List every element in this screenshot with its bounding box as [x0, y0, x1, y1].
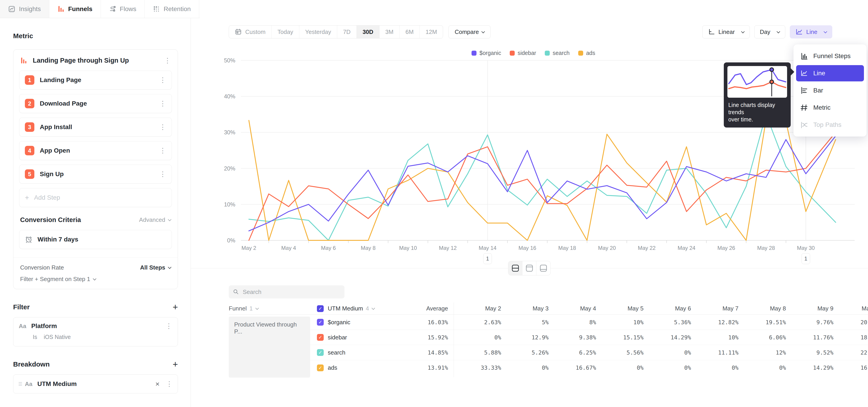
- range-6m[interactable]: 6M: [400, 26, 420, 38]
- legend-item-sidebar[interactable]: sidebar: [510, 50, 536, 56]
- filter-segment-dropdown[interactable]: Filter + Segment on Step 1: [19, 271, 172, 289]
- table-cell: 9.52%: [786, 349, 833, 356]
- range-label: Custom: [245, 29, 266, 35]
- series-checkbox[interactable]: ✓: [317, 334, 324, 341]
- tab-funnels[interactable]: Funnels: [49, 0, 101, 18]
- scale-dropdown[interactable]: Linear: [702, 25, 749, 38]
- table-cell: 14.85%: [403, 349, 448, 356]
- metric-heading: Metric: [13, 32, 33, 40]
- layout-toggle-chart-bottom-view[interactable]: [536, 261, 550, 275]
- filter-card[interactable]: Aa Platform ⋮ Is iOS Native: [13, 317, 178, 346]
- range-3m[interactable]: 3M: [379, 26, 400, 38]
- table-column-header[interactable]: May 6: [644, 305, 691, 312]
- table-column-header[interactable]: Average: [403, 305, 448, 312]
- legend-item-organic[interactable]: $organic: [471, 50, 501, 56]
- step-kebab-menu[interactable]: ⋮: [159, 77, 166, 84]
- remove-breakdown-button[interactable]: ×: [155, 382, 160, 386]
- metric-kebab-menu[interactable]: ⋮: [164, 57, 171, 64]
- table-cell: 5.56%: [596, 349, 644, 356]
- step-kebab-menu[interactable]: ⋮: [159, 171, 166, 178]
- breakdown-kebab-menu[interactable]: ⋮: [166, 380, 173, 387]
- table-segment-header[interactable]: ✓UTM Medium4: [317, 305, 403, 312]
- menu-item-line[interactable]: Line: [796, 65, 864, 82]
- range-yesterday[interactable]: Yesterday: [299, 26, 337, 38]
- menu-item-funnel-steps[interactable]: Funnel Steps: [796, 48, 864, 64]
- range-today[interactable]: Today: [272, 26, 299, 38]
- breakdown-card[interactable]: ☰ Aa UTM Medium × ⋮: [13, 374, 178, 394]
- funnel-step[interactable]: 2Download Page⋮: [19, 94, 172, 113]
- chart-controls: Linear Day Line: [702, 25, 832, 38]
- granularity-dropdown[interactable]: Day: [754, 25, 785, 38]
- flows-icon: [109, 5, 116, 13]
- step-kebab-menu[interactable]: ⋮: [159, 100, 166, 107]
- table-cell: 20.59%: [833, 319, 868, 325]
- funnel-step[interactable]: 3App Install⋮: [19, 118, 172, 136]
- tab-retention[interactable]: Retention: [145, 0, 199, 18]
- legend-item-ads[interactable]: ads: [578, 50, 595, 56]
- table-column-header[interactable]: May 10: [833, 305, 868, 312]
- tab-flows[interactable]: Flows: [101, 0, 145, 18]
- annotation-badge[interactable]: 1: [483, 253, 492, 264]
- annotation-badge[interactable]: 1: [802, 253, 810, 264]
- chart-type-dropdown[interactable]: Line: [790, 25, 832, 38]
- range-label: 30D: [363, 29, 373, 35]
- table-search[interactable]: [229, 285, 344, 299]
- table-column-header[interactable]: May 2: [454, 305, 501, 312]
- date-range-bar: CustomTodayYesterday7D30D3M6M12M Compare: [229, 25, 491, 38]
- table-column-header[interactable]: May 8: [739, 305, 786, 312]
- step-kebab-menu[interactable]: ⋮: [159, 124, 166, 130]
- table-cell: 12.82%: [691, 319, 739, 325]
- add-breakdown-button[interactable]: +: [173, 361, 178, 368]
- table-column-header[interactable]: May 9: [786, 305, 833, 312]
- add-filter-button[interactable]: +: [173, 304, 178, 310]
- segment-select-all-checkbox[interactable]: ✓: [317, 305, 324, 312]
- table-funnel-cell[interactable]: Product Viewed through P...: [229, 317, 310, 378]
- filter-kebab-menu[interactable]: ⋮: [165, 323, 172, 330]
- table-cell: 11.76%: [786, 334, 833, 341]
- legend-item-search[interactable]: search: [545, 50, 569, 56]
- filter-value[interactable]: iOS Native: [43, 334, 70, 340]
- table-cell: 12%: [739, 349, 786, 356]
- conversion-window[interactable]: Within 7 days: [19, 230, 172, 249]
- range-30d[interactable]: 30D: [357, 26, 379, 38]
- table-column-header[interactable]: May 3: [501, 305, 549, 312]
- series-checkbox[interactable]: ✓: [317, 365, 324, 371]
- search-input[interactable]: [243, 288, 333, 295]
- series-checkbox[interactable]: ✓: [317, 349, 324, 356]
- tab-insights[interactable]: Insights: [0, 0, 49, 18]
- conversion-rate-dropdown[interactable]: All Steps: [140, 264, 171, 271]
- table-column-header[interactable]: May 4: [549, 305, 596, 312]
- svg-text:May 8: May 8: [361, 245, 375, 251]
- filter-operator[interactable]: Is: [33, 334, 37, 340]
- range-12m[interactable]: 12M: [420, 26, 443, 38]
- string-type-icon: Aa: [19, 323, 26, 330]
- add-step-button[interactable]: + Add Step: [19, 188, 172, 207]
- filter-heading: Filter: [13, 303, 30, 311]
- query-sidebar: Metric Landing Page through Sign Up ⋮ 1L…: [0, 18, 191, 407]
- svg-text:30%: 30%: [224, 129, 235, 135]
- layout-toggle-chart-top-view[interactable]: [522, 261, 536, 275]
- table-column-header[interactable]: May 7: [691, 305, 739, 312]
- funnel-step[interactable]: 1Landing Page⋮: [19, 70, 172, 90]
- line-icon: [800, 70, 808, 77]
- range-7d[interactable]: 7D: [337, 26, 357, 38]
- menu-item-bar[interactable]: Bar: [796, 82, 864, 99]
- date-range-segmented-control: CustomTodayYesterday7D30D3M6M12M: [229, 25, 443, 38]
- menu-item-label: Line: [813, 70, 825, 77]
- range-label: 3M: [385, 29, 394, 35]
- row-series-name: ✓sidebar: [317, 334, 403, 341]
- funnel-step[interactable]: 5Sign Up⋮: [19, 165, 172, 184]
- menu-item-metric[interactable]: Metric: [796, 99, 864, 116]
- table-funnel-header[interactable]: Funnel1: [229, 305, 317, 312]
- layout-toggle-split-view[interactable]: [508, 261, 522, 275]
- drag-handle-icon[interactable]: ☰: [18, 381, 22, 387]
- bar-icon: [800, 86, 808, 95]
- range-custom[interactable]: Custom: [229, 26, 272, 38]
- funnel-step[interactable]: 4App Open⋮: [19, 141, 172, 160]
- table-column-header[interactable]: May 5: [596, 305, 644, 312]
- compare-button[interactable]: Compare: [448, 25, 491, 38]
- series-checkbox[interactable]: ✓: [317, 319, 324, 325]
- step-kebab-menu[interactable]: ⋮: [159, 147, 166, 154]
- advanced-dropdown[interactable]: Advanced: [139, 216, 171, 223]
- svg-text:20%: 20%: [224, 165, 235, 171]
